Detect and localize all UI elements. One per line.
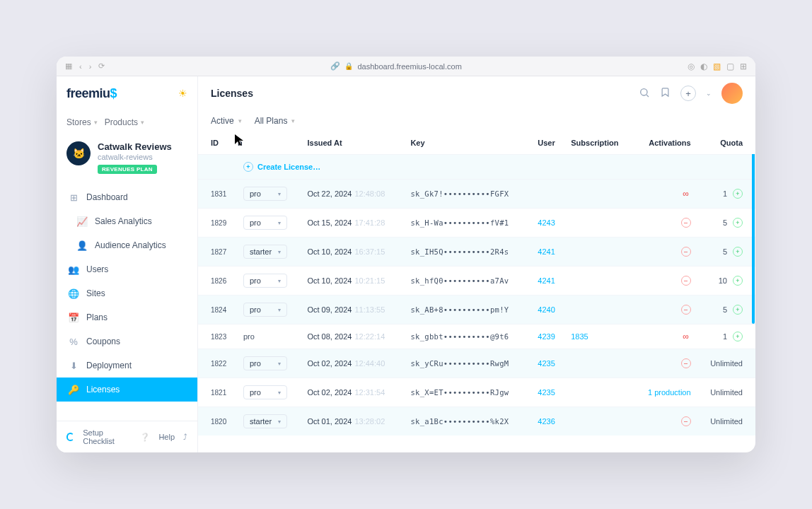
filter-status[interactable]: Active ▾ (211, 116, 242, 126)
theme-toggle-icon[interactable]: ☀ (178, 88, 187, 99)
plan-select[interactable]: starter▾ (243, 414, 287, 428)
plus-icon[interactable]: + (733, 276, 743, 286)
chevron-down-icon: ▾ (278, 390, 281, 396)
sidebar-toggle-icon[interactable]: ▦ (65, 62, 72, 71)
nav-item-coupons[interactable]: %Coupons (57, 329, 197, 353)
scrollbar[interactable] (751, 131, 755, 452)
table-row[interactable]: 1820starter▾Oct 01, 202413:28:02sk_a1Bc•… (198, 407, 755, 436)
reload-icon[interactable]: ⟳ (98, 62, 105, 71)
tabs-icon[interactable]: ⊞ (740, 62, 747, 71)
create-license-row[interactable]: +Create License… (198, 155, 755, 180)
plan-select[interactable]: pro▾ (243, 385, 287, 399)
minus-icon[interactable]: – (681, 276, 691, 286)
col-plan[interactable]: n (238, 131, 301, 155)
license-key[interactable]: sk_IH5Q••••••••••2R4s (410, 247, 509, 256)
table-row[interactable]: 1827starter▾Oct 10, 202416:37:15sk_IH5Q•… (198, 238, 755, 267)
user-link[interactable]: 4241 (538, 247, 555, 256)
bookmark-icon[interactable] (660, 87, 671, 100)
table-row[interactable]: 1826pro▾Oct 10, 202410:21:15sk_hfQ0•••••… (198, 267, 755, 296)
nav-item-sales-analytics[interactable]: 📈Sales Analytics (57, 209, 197, 233)
help-icon: ❔ (140, 433, 150, 442)
minus-icon[interactable]: – (681, 218, 691, 228)
chevron-down-icon[interactable]: ⌄ (706, 90, 712, 97)
plus-icon[interactable]: + (733, 189, 743, 199)
logo[interactable]: freemiu$ (66, 86, 117, 101)
nav-item-users[interactable]: 👥Users (57, 257, 197, 281)
minus-icon[interactable]: – (681, 416, 691, 426)
table-row[interactable]: 1822pro▾Oct 02, 202412:44:40sk_yCRu•••••… (198, 349, 755, 378)
table-row[interactable]: 1824pro▾Oct 09, 202411:13:55sk_AB+8•••••… (198, 296, 755, 324)
setup-checklist-link[interactable]: Setup Checklist (83, 428, 132, 445)
nav-item-sites[interactable]: 🌐Sites (57, 281, 197, 305)
license-key[interactable]: sk_hfQ0••••••••••a7Av (410, 276, 509, 285)
store-card[interactable]: Catwalk Reviews catwalk-reviews REVENUES… (57, 134, 197, 181)
back-icon[interactable]: ‹ (79, 62, 82, 71)
col-quota[interactable]: Quota (697, 131, 755, 155)
crumb-stores[interactable]: Stores ▾ (66, 117, 98, 127)
user-link[interactable]: 4235 (538, 388, 555, 397)
minus-icon[interactable]: – (681, 305, 691, 315)
col-user[interactable]: User (532, 131, 565, 155)
user-link[interactable]: 4240 (538, 305, 555, 314)
quota-value: 5 (723, 247, 727, 256)
nav-label: Audience Analytics (95, 240, 166, 250)
add-button[interactable]: + (680, 86, 696, 101)
col-subscription[interactable]: Subscription (565, 131, 634, 155)
plus-icon[interactable]: + (733, 305, 743, 315)
nav-item-deployment[interactable]: ⬇Deployment (57, 353, 197, 378)
user-avatar[interactable] (721, 83, 743, 104)
ext-icon-1[interactable]: ◎ (688, 62, 695, 71)
crumb-products[interactable]: Products ▾ (105, 117, 144, 127)
share-icon[interactable]: ⤴ (183, 433, 187, 441)
license-key[interactable]: sk_yCRu••••••••••RwgM (410, 359, 509, 368)
col-key[interactable]: Key (405, 131, 532, 155)
ext-icon-2[interactable]: ◐ (700, 62, 707, 71)
col-id[interactable]: ID (198, 131, 238, 155)
plan-select[interactable]: pro▾ (243, 274, 287, 288)
minus-icon[interactable]: – (681, 247, 691, 257)
sidebar-top: freemiu$ ☀ (57, 76, 197, 110)
nav-item-licenses[interactable]: 🔑Licenses (57, 378, 197, 402)
forward-icon[interactable]: › (89, 62, 92, 71)
license-key[interactable]: sk_X=ET••••••••••RJgw (410, 388, 509, 397)
nav-item-plans[interactable]: 📅Plans (57, 305, 197, 329)
license-key[interactable]: sk_Gk7!••••••••••FGFX (410, 189, 509, 198)
plan-select[interactable]: pro▾ (243, 356, 287, 370)
activation-link[interactable]: 1 production (648, 388, 691, 397)
user-link[interactable]: 4239 (538, 332, 555, 341)
plan-select[interactable]: pro▾ (243, 216, 287, 230)
create-license-link[interactable]: +Create License… (243, 162, 750, 172)
table-row[interactable]: 1831pro▾Oct 22, 202412:48:08sk_Gk7!•••••… (198, 180, 755, 209)
url-bar[interactable]: 🔗 🔒 dashboard.freemius-local.com (113, 62, 679, 71)
ext-icon-3[interactable]: ▧ (713, 62, 721, 71)
plus-icon[interactable]: + (733, 247, 743, 257)
nav-item-dashboard[interactable]: ⊞Dashboard (57, 185, 197, 209)
plus-icon[interactable]: + (733, 218, 743, 228)
license-key[interactable]: sk_H-Wa••••••••••fV#1 (410, 218, 509, 227)
license-key[interactable]: sk_AB+8••••••••••pm!Y (410, 305, 509, 314)
plus-icon[interactable]: + (733, 332, 743, 341)
license-key[interactable]: sk_gbbt••••••••••@9t6 (410, 332, 509, 341)
col-issued[interactable]: Issued At (301, 131, 405, 155)
ext-icon-4[interactable]: ▢ (726, 62, 734, 71)
time: 13:28:02 (354, 417, 385, 426)
plan-select[interactable]: pro▾ (243, 303, 287, 317)
user-link[interactable]: 4243 (538, 218, 555, 227)
user-link[interactable]: 4236 (538, 417, 555, 426)
table-row[interactable]: 1829pro▾Oct 15, 202417:41:28sk_H-Wa•••••… (198, 209, 755, 238)
subscription-link[interactable]: 1835 (571, 332, 588, 341)
help-link[interactable]: Help (158, 433, 175, 441)
table-row[interactable]: 1821pro▾Oct 02, 202412:31:54sk_X=ET•••••… (198, 378, 755, 407)
table-row[interactable]: 1823proOct 08, 202412:22:14sk_gbbt••••••… (198, 324, 755, 349)
plan-select[interactable]: pro▾ (243, 187, 287, 201)
col-activations[interactable]: Activations (634, 131, 697, 155)
user-link[interactable]: 4235 (538, 359, 555, 368)
minus-icon[interactable]: – (681, 358, 691, 368)
user-link[interactable]: 4241 (538, 276, 555, 285)
filter-plans[interactable]: All Plans ▾ (255, 116, 296, 126)
chevron-down-icon: ▾ (278, 361, 281, 367)
license-key[interactable]: sk_a1Bc••••••••••%k2X (410, 417, 509, 426)
search-icon[interactable] (639, 87, 650, 100)
plan-select[interactable]: starter▾ (243, 245, 287, 259)
nav-item-audience-analytics[interactable]: 👤Audience Analytics (57, 233, 197, 257)
